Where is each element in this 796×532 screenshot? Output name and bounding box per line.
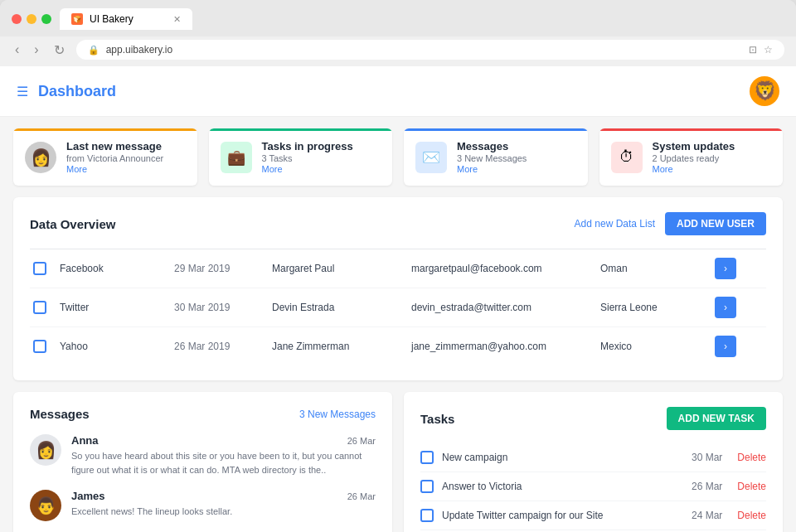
table-row: Yahoo 26 Mar 2019 Jane Zimmerman jane_zi… (30, 326, 766, 365)
cell-date-2: 26 Mar 2019 (174, 341, 265, 352)
address-right-icons: ⊡ ☆ (749, 44, 773, 56)
message-avatar-james: 👨 (30, 490, 61, 521)
row-checkbox-0[interactable] (33, 262, 46, 275)
task-checkbox-2[interactable] (420, 509, 434, 522)
card-title-updates: System updates (653, 140, 772, 152)
row-action-button-0[interactable]: › (715, 258, 736, 279)
task-item: New campaign 30 Mar Delete (420, 443, 766, 472)
tasks-panel-header: Tasks ADD NEW TASK (420, 407, 766, 430)
row-checkbox-2[interactable] (33, 340, 46, 353)
add-new-task-button[interactable]: ADD NEW TASK (667, 407, 766, 430)
data-overview-title: Data Overview (30, 217, 115, 231)
task-date-0: 30 Mar (692, 452, 722, 463)
task-delete-1[interactable]: Delete (737, 481, 766, 492)
menu-icon[interactable]: ☰ (17, 84, 28, 99)
card-body-messages: Messages 3 New Messages More (457, 140, 576, 174)
task-name-0: New campaign (442, 452, 683, 463)
table-row: Twitter 30 Mar 2019 Devin Estrada devin_… (30, 288, 766, 326)
tasks-panel: Tasks ADD NEW TASK New campaign 30 Mar D… (404, 392, 783, 532)
row-action-button-2[interactable]: › (715, 336, 736, 357)
card-tasks: 💼 Tasks in progress 3 Tasks More (209, 128, 393, 186)
messages-panel-header: Messages 3 New Messages (30, 407, 376, 421)
task-name-1: Answer to Victoria (442, 481, 683, 492)
cell-country-1: Sierra Leone (600, 302, 708, 313)
user-avatar[interactable]: 🦁 (750, 76, 779, 106)
window-controls (12, 14, 51, 24)
tasks-icon: 💼 (221, 142, 252, 173)
refresh-button[interactable]: ↻ (51, 42, 68, 58)
row-action-button-1[interactable]: › (715, 297, 736, 318)
card-more-updates[interactable]: More (653, 164, 772, 174)
card-subtitle-messages: 3 New Messages (457, 153, 576, 163)
task-checkbox-1[interactable] (420, 480, 434, 493)
minimize-dot[interactable] (27, 14, 36, 24)
task-delete-2[interactable]: Delete (737, 510, 766, 521)
new-messages-link[interactable]: 3 New Messages (299, 409, 376, 420)
cell-name-0: Facebook (60, 263, 167, 274)
card-more-tasks[interactable]: More (262, 164, 381, 174)
message-name-james: James (71, 490, 104, 502)
cell-email-1: devin_estrada@twitter.com (411, 302, 594, 313)
forward-button[interactable]: › (31, 42, 41, 57)
browser-tab[interactable]: 🍞 UI Bakery ✕ (60, 8, 192, 30)
card-message: 👩 Last new message from Victoria Announc… (13, 128, 197, 186)
cell-email-0: margaretpaul@facebook.com (411, 263, 594, 274)
browser-addressbar: ‹ › ↻ 🔒 app.uibakery.io ⊡ ☆ (0, 36, 796, 66)
task-item: Update Twitter campaign for our Site 24 … (420, 501, 766, 530)
card-more-messages[interactable]: More (457, 164, 576, 174)
cell-country-0: Oman (600, 263, 708, 274)
task-date-1: 26 Mar (692, 481, 722, 492)
card-body-message: Last new message from Victoria Announcer… (66, 140, 186, 174)
bottom-panels: Messages 3 New Messages 👩 Anna 26 Mar (13, 392, 783, 532)
message-date-anna: 26 Mar (347, 436, 376, 446)
updates-icon: ⏱ (611, 142, 643, 173)
task-name-2: Update Twitter campaign for our Site (442, 510, 683, 521)
message-item: 👩 Anna 26 Mar So you have heard about th… (30, 434, 376, 476)
address-box[interactable]: 🔒 app.uibakery.io ⊡ ☆ (76, 40, 784, 60)
task-delete-0[interactable]: Delete (737, 452, 766, 463)
cell-name-1: Twitter (60, 302, 167, 313)
message-text-james: Excellent news! The lineup looks stellar… (71, 505, 376, 519)
card-body-tasks: Tasks in progress 3 Tasks More (262, 140, 381, 174)
message-item: 👨 James 26 Mar Excellent news! The lineu… (30, 490, 376, 521)
message-body-anna: Anna 26 Mar So you have heard about this… (71, 434, 376, 476)
header-left: ☰ Dashboard (17, 83, 116, 100)
data-overview-panel: Data Overview Add new Data List ADD NEW … (13, 197, 783, 380)
card-body-updates: System updates 2 Updates ready More (653, 140, 772, 174)
tab-close[interactable]: ✕ (173, 14, 181, 25)
add-new-user-button[interactable]: ADD NEW USER (665, 212, 766, 235)
close-dot[interactable] (12, 14, 22, 24)
cell-name-2: Yahoo (60, 341, 167, 352)
cell-date-0: 29 Mar 2019 (174, 263, 265, 274)
back-button[interactable]: ‹ (12, 42, 22, 57)
card-title-messages: Messages (457, 140, 576, 152)
message-avatar-anna: 👩 (30, 434, 61, 466)
share-icon: ⊡ (749, 44, 757, 56)
page-title: Dashboard (38, 83, 116, 100)
data-overview-header: Data Overview Add new Data List ADD NEW … (30, 212, 766, 235)
bookmark-icon: ☆ (764, 44, 773, 56)
card-more-message[interactable]: More (66, 164, 186, 174)
browser-titlebar: 🍞 UI Bakery ✕ (0, 0, 796, 36)
task-date-2: 24 Mar (692, 510, 722, 521)
app-container: ☰ Dashboard 🦁 👩 Last new message from Vi… (0, 66, 796, 532)
card-title-message: Last new message (66, 140, 186, 152)
cell-person-1: Devin Estrada (272, 302, 405, 313)
message-body-james: James 26 Mar Excellent news! The lineup … (71, 490, 376, 521)
row-checkbox-1[interactable] (33, 301, 46, 314)
message-text-anna: So you have heard about this site or you… (71, 449, 376, 476)
cell-country-2: Mexico (600, 341, 708, 352)
maximize-dot[interactable] (41, 14, 51, 24)
lock-icon: 🔒 (88, 45, 100, 56)
avatar-image: 👩 (31, 148, 51, 167)
task-item: Answer to Victoria 26 Mar Delete (420, 472, 766, 501)
card-subtitle-message: from Victoria Announcer (66, 153, 186, 163)
add-data-list-button[interactable]: Add new Data List (575, 218, 655, 230)
table-row: Facebook 29 Mar 2019 Margaret Paul marga… (30, 249, 766, 288)
message-top-james: James 26 Mar (71, 490, 376, 502)
task-checkbox-0[interactable] (420, 451, 434, 464)
card-messages: ✉️ Messages 3 New Messages More (404, 128, 588, 186)
card-title-tasks: Tasks in progress (262, 140, 381, 152)
app-header: ☰ Dashboard 🦁 (0, 66, 796, 117)
avatar-emoji: 🦁 (754, 80, 776, 102)
